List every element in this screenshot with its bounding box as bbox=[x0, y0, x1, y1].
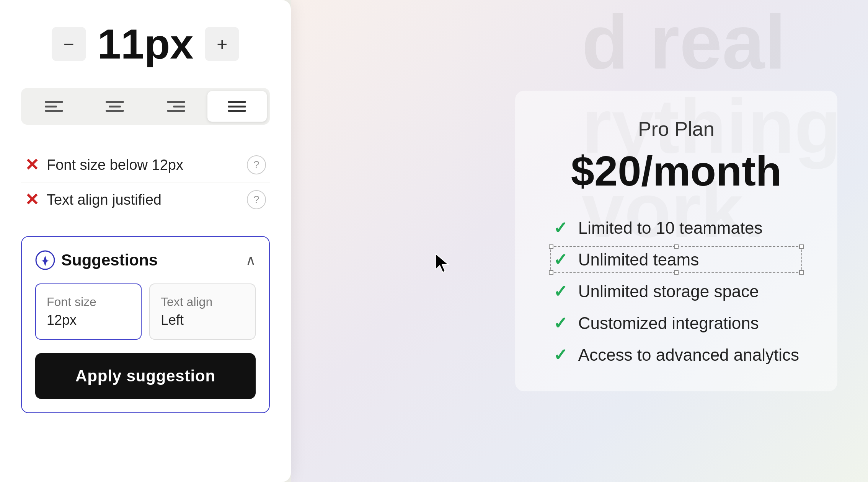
feature-text-analytics: Access to advanced analytics bbox=[578, 345, 799, 365]
issue-error-icon: ✕ bbox=[25, 156, 39, 173]
suggestions-icon bbox=[35, 250, 55, 270]
pro-plan-name: Pro Plan bbox=[553, 117, 799, 140]
selection-handle-tl bbox=[549, 244, 553, 249]
issue-font-size: ✕ Font size below 12px ? bbox=[21, 148, 270, 182]
increase-font-size-button[interactable]: + bbox=[205, 27, 239, 61]
feature-check-icon-5: ✓ bbox=[553, 345, 568, 365]
pro-plan-card: Pro Plan $20/month ✓ Limited to 10 teamm… bbox=[515, 91, 837, 391]
feature-item-teams: ✓ Unlimited teams bbox=[553, 250, 799, 269]
issue-font-size-text: Font size below 12px bbox=[47, 157, 239, 173]
svg-rect-6 bbox=[167, 101, 185, 103]
align-justify-button[interactable] bbox=[207, 91, 267, 122]
feature-check-icon-4: ✓ bbox=[553, 313, 568, 333]
align-center-button[interactable] bbox=[85, 91, 145, 122]
suggestion-font-size-value: 12px bbox=[47, 312, 130, 328]
main-panel: − 11px + bbox=[0, 0, 291, 482]
issue-font-size-help[interactable]: ? bbox=[247, 155, 266, 174]
feature-item-storage: ✓ Unlimited storage space bbox=[553, 282, 799, 301]
issue-text-align-text: Text align justified bbox=[47, 192, 239, 208]
svg-rect-0 bbox=[45, 101, 63, 103]
suggestion-card-font-size[interactable]: Font size 12px bbox=[35, 283, 142, 340]
feature-check-icon: ✓ bbox=[553, 218, 568, 238]
selection-handle-bl bbox=[549, 270, 553, 275]
svg-rect-9 bbox=[228, 101, 246, 103]
right-panel: Pro Plan $20/month ✓ Limited to 10 teamm… bbox=[291, 0, 868, 482]
issue-text-align: ✕ Text align justified ? bbox=[21, 182, 270, 217]
svg-rect-5 bbox=[106, 110, 124, 112]
svg-rect-2 bbox=[45, 110, 63, 112]
suggestion-card-text-align[interactable]: Text align Left bbox=[149, 283, 256, 340]
svg-rect-10 bbox=[228, 106, 246, 107]
feature-item-analytics: ✓ Access to advanced analytics bbox=[553, 345, 799, 365]
selection-box bbox=[550, 246, 802, 273]
suggestions-box: Suggestions ∧ Font size 12px Text align … bbox=[21, 236, 270, 413]
selection-handle-tm bbox=[674, 244, 679, 249]
suggestion-font-size-label: Font size bbox=[47, 295, 130, 309]
suggestions-title-group: Suggestions bbox=[35, 250, 158, 270]
svg-rect-3 bbox=[106, 101, 124, 103]
feature-item-teammates: ✓ Limited to 10 teammates bbox=[553, 218, 799, 238]
apply-suggestion-button[interactable]: Apply suggestion bbox=[35, 353, 256, 399]
feature-text-integrations: Customized integrations bbox=[578, 314, 759, 333]
svg-rect-8 bbox=[167, 110, 185, 112]
pro-plan-features: ✓ Limited to 10 teammates ✓ Unlimited te… bbox=[553, 218, 799, 365]
suggestion-text-align-label: Text align bbox=[161, 295, 244, 309]
selection-handle-br bbox=[799, 270, 804, 275]
svg-rect-4 bbox=[109, 106, 121, 107]
svg-rect-7 bbox=[173, 106, 185, 107]
decrease-font-size-button[interactable]: − bbox=[52, 27, 86, 61]
font-size-control: − 11px + bbox=[21, 23, 270, 65]
suggestions-collapse-button[interactable]: ∧ bbox=[246, 252, 256, 268]
align-left-button[interactable] bbox=[24, 91, 84, 122]
suggestions-title: Suggestions bbox=[61, 251, 158, 269]
suggestions-cards: Font size 12px Text align Left bbox=[35, 283, 256, 340]
issues-list: ✕ Font size below 12px ? ✕ Text align ju… bbox=[21, 148, 270, 217]
feature-item-integrations: ✓ Customized integrations bbox=[553, 313, 799, 333]
selection-handle-bm bbox=[674, 270, 679, 275]
font-size-display: 11px bbox=[98, 23, 194, 65]
align-right-button[interactable] bbox=[146, 91, 206, 122]
feature-text-teammates: Limited to 10 teammates bbox=[578, 218, 763, 238]
selection-handle-tr bbox=[799, 244, 804, 249]
suggestion-text-align-value: Left bbox=[161, 312, 244, 328]
feature-text-storage: Unlimited storage space bbox=[578, 282, 759, 301]
pro-plan-price: $20/month bbox=[553, 147, 799, 195]
svg-rect-11 bbox=[228, 110, 246, 112]
issue-text-align-help[interactable]: ? bbox=[247, 190, 266, 209]
svg-rect-1 bbox=[45, 106, 57, 107]
feature-check-icon-3: ✓ bbox=[553, 282, 568, 301]
text-align-buttons bbox=[21, 88, 270, 125]
issue-error-icon-2: ✕ bbox=[25, 191, 39, 208]
suggestions-header: Suggestions ∧ bbox=[35, 250, 256, 270]
